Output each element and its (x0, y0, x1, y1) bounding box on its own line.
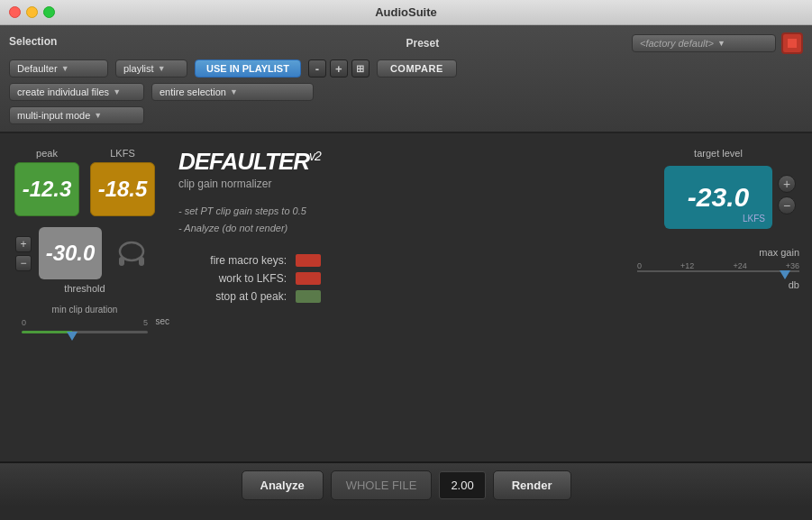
playlist-dropdown-value: playlist (123, 63, 154, 74)
compare-button[interactable]: COMPARE (377, 59, 457, 78)
multiinput-dropdown-value: multi-input mode (17, 110, 90, 121)
target-level-value: -23.0 (688, 182, 749, 213)
defaulter-dropdown[interactable]: Defaulter ▼ (9, 59, 108, 78)
threshold-plus-button[interactable]: + (15, 236, 32, 252)
target-level-controls: + − (778, 175, 796, 214)
gain-scale-12: +12 (680, 261, 694, 270)
gain-scale-0: 0 (637, 261, 642, 270)
header-row-3: create individual files ▼ entire selecti… (9, 83, 803, 101)
analyze-button[interactable]: Analyze (242, 470, 324, 500)
svg-rect-2 (139, 257, 144, 266)
plugin-note-2: - Analyze (do not render) (178, 220, 616, 237)
right-panel: target level -23.0 LKFS + − max gain 0 +… (637, 148, 799, 447)
header-row-2: Defaulter ▼ playlist ▼ USE IN PLAYLIST -… (9, 59, 803, 78)
threshold-row: + − -30.0 (15, 227, 154, 279)
lkfs-label: LKFS (110, 148, 135, 159)
selection-dropdown-value: entire selection (160, 87, 226, 97)
slider-labels: 0 5 (22, 318, 148, 327)
left-panel: peak -12.3 LKFS -18.5 + − -30.0 (13, 148, 157, 447)
whole-file-button[interactable]: WHOLE FILE (331, 470, 433, 500)
min-clip-slider-container: 0 5 sec (22, 318, 148, 333)
macro-row-fire: fire macro keys: (178, 254, 616, 267)
stop-peak-label: stop at 0 peak: (178, 290, 287, 303)
threshold-value: -30.0 (46, 241, 96, 266)
preset-dropdown-arrow: ▼ (717, 39, 725, 48)
plugin-title-v2: v2 (309, 149, 321, 163)
min-clip-slider-section: min clip duration 0 5 sec (13, 305, 157, 337)
preset-section: Preset <factory default> ▼ (406, 32, 804, 54)
preset-dropdown-value: <factory default> (640, 38, 714, 49)
work-lkfs-toggle[interactable] (296, 272, 321, 285)
peak-value: -12.3 (23, 177, 72, 202)
target-level-unit: LKFS (743, 214, 765, 224)
target-plus-button[interactable]: + (778, 175, 796, 193)
defaulter-dropdown-value: Defaulter (17, 63, 58, 74)
stop-peak-toggle[interactable] (296, 290, 321, 303)
lkfs-display: -18.5 (90, 162, 155, 216)
threshold-display: -30.0 (39, 227, 102, 279)
plugin-subtitle: clip gain normalizer (178, 178, 616, 190)
plugin-title-main: DEFAULTER (178, 148, 309, 175)
header-row-1: Selection Preset <factory default> ▼ (9, 32, 803, 54)
header: Selection Preset <factory default> ▼ Def… (0, 25, 812, 133)
gain-track[interactable] (637, 270, 799, 272)
slider-sec-label: sec (155, 316, 169, 326)
maximize-button[interactable] (43, 6, 55, 18)
max-gain-label: max gain (637, 247, 799, 258)
multiinput-arrow: ▼ (94, 111, 102, 120)
files-dropdown-value: create individual files (17, 87, 109, 97)
slider-track[interactable] (22, 331, 148, 333)
center-panel: DEFAULTERv2 clip gain normalizer - set P… (169, 148, 625, 447)
window-title: AudioSuite (375, 5, 437, 19)
copy-button[interactable]: ⊞ (351, 59, 370, 78)
playlist-arrow: ▼ (158, 64, 166, 73)
slider-thumb[interactable] (67, 332, 78, 341)
target-minus-button[interactable]: − (778, 196, 796, 214)
fire-macro-label: fire macro keys: (178, 254, 287, 267)
files-arrow: ▼ (113, 87, 121, 96)
multiinput-dropdown[interactable]: multi-input mode ▼ (9, 106, 144, 124)
target-level-label: target level (694, 148, 743, 159)
use-in-playlist-button[interactable]: USE IN PLAYLIST (195, 59, 301, 78)
peak-display: -12.3 (14, 162, 79, 216)
macro-row-stop: stop at 0 peak: (178, 290, 616, 303)
max-gain-section: max gain 0 +12 +24 +36 db (637, 247, 799, 290)
minimize-button[interactable] (26, 6, 38, 18)
title-bar: AudioSuite (0, 0, 812, 25)
slider-max-label: 5 (143, 318, 148, 327)
playlist-dropdown[interactable]: playlist ▼ (115, 59, 187, 78)
red-square-button[interactable] (781, 32, 803, 54)
gain-scale-24: +24 (733, 261, 746, 270)
lkfs-meter: LKFS -18.5 (90, 148, 155, 216)
lkfs-value: -18.5 (98, 177, 148, 202)
svg-rect-1 (119, 257, 124, 266)
plus-button[interactable]: + (330, 59, 348, 78)
plugin-notes: - set PT clip gain steps to 0.5 - Analyz… (178, 203, 616, 236)
fire-macro-toggle[interactable] (296, 254, 321, 267)
work-lkfs-label: work to LKFS: (178, 272, 287, 285)
peak-meter: peak -12.3 (14, 148, 79, 216)
gain-thumb[interactable] (780, 270, 790, 279)
value-display: 2.00 (439, 471, 485, 499)
minus-button[interactable]: - (308, 59, 326, 78)
target-display-wrapper: -23.0 LKFS + − (664, 166, 772, 229)
plugin-note-1: - set PT clip gain steps to 0.5 (178, 203, 616, 220)
preset-label: Preset (406, 37, 627, 50)
target-level-display: -23.0 LKFS (664, 166, 772, 229)
preset-controls: - + ⊞ (308, 59, 370, 78)
meters-row: peak -12.3 LKFS -18.5 (14, 148, 155, 216)
threshold-controls: + − (15, 236, 32, 271)
threshold-minus-button[interactable]: − (15, 255, 32, 271)
selection-label: Selection (9, 35, 57, 48)
macro-rows: fire macro keys: work to LKFS: stop at 0… (178, 254, 616, 303)
headphone-icon (109, 231, 154, 276)
selection-dropdown[interactable]: entire selection ▼ (151, 83, 314, 101)
close-button[interactable] (9, 6, 21, 18)
gain-scale-labels: 0 +12 +24 +36 (637, 261, 799, 270)
files-dropdown[interactable]: create individual files ▼ (9, 83, 144, 101)
selection-arrow: ▼ (230, 87, 238, 96)
preset-dropdown[interactable]: <factory default> ▼ (632, 34, 776, 52)
render-button[interactable]: Render (493, 470, 571, 500)
threshold-label: threshold (64, 283, 105, 294)
header-row-4: multi-input mode ▼ (9, 106, 803, 124)
